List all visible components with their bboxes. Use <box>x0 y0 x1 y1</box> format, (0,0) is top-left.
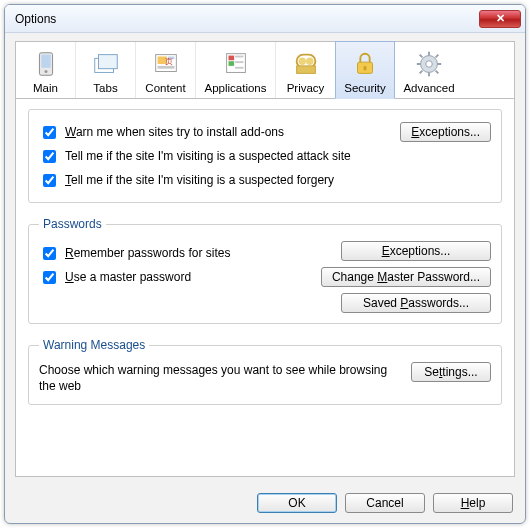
svg-line-28 <box>436 71 439 74</box>
tab-advanced[interactable]: Advanced <box>394 42 464 98</box>
svg-rect-14 <box>235 61 243 63</box>
privacy-icon <box>280 48 331 80</box>
cancel-button[interactable]: Cancel <box>345 493 425 513</box>
category-tabstrip: Main Tabs 页 Content Applications Privacy <box>15 41 515 98</box>
svg-rect-8 <box>157 66 174 69</box>
main-icon <box>20 48 71 80</box>
security-panel: Warn me when sites try to install add-on… <box>15 98 515 477</box>
remember-passwords-checkbox[interactable] <box>43 247 56 260</box>
passwords-legend: Passwords <box>39 217 106 231</box>
warn-addons-label: Warn me when sites try to install add-on… <box>65 125 284 139</box>
svg-rect-1 <box>41 55 50 68</box>
remember-passwords-label: Remember passwords for sites <box>65 246 230 260</box>
svg-rect-13 <box>235 56 243 58</box>
svg-line-29 <box>420 71 423 74</box>
master-password-label: Use a master password <box>65 270 191 284</box>
addons-exceptions-button[interactable]: Exceptions... <box>400 122 491 142</box>
svg-text:页: 页 <box>165 57 173 66</box>
svg-rect-11 <box>228 56 234 61</box>
saved-passwords-button[interactable]: Saved Passwords... <box>341 293 491 313</box>
titlebar: Options ✕ <box>5 5 525 33</box>
forgery-checkbox[interactable] <box>43 174 56 187</box>
tab-advanced-label: Advanced <box>398 82 460 94</box>
tab-content-label: Content <box>140 82 191 94</box>
remember-passwords-row[interactable]: Remember passwords for sites <box>39 244 311 263</box>
svg-rect-12 <box>228 61 234 66</box>
svg-point-18 <box>298 57 306 65</box>
svg-line-27 <box>420 55 423 58</box>
advanced-icon <box>398 48 460 80</box>
close-button[interactable]: ✕ <box>479 10 521 28</box>
attack-site-checkbox[interactable] <box>43 150 56 163</box>
svg-rect-21 <box>364 66 367 71</box>
warn-addons-checkbox[interactable] <box>43 126 56 139</box>
warn-addons-row[interactable]: Warn me when sites try to install add-on… <box>39 123 400 142</box>
change-master-password-button[interactable]: Change Master Password... <box>321 267 491 287</box>
content-icon: 页 <box>140 48 191 80</box>
svg-rect-4 <box>98 55 117 69</box>
tab-privacy[interactable]: Privacy <box>276 42 336 98</box>
svg-point-19 <box>306 57 314 65</box>
warning-messages-text: Choose which warning messages you want t… <box>39 362 401 394</box>
tab-security-label: Security <box>340 82 390 94</box>
dialog-footer: OK Cancel Help <box>5 487 525 523</box>
tab-applications-label: Applications <box>200 82 271 94</box>
tabs-icon <box>80 48 131 80</box>
svg-rect-17 <box>296 66 315 74</box>
master-password-checkbox[interactable] <box>43 271 56 284</box>
security-icon <box>340 48 390 80</box>
tab-main[interactable]: Main <box>16 42 76 98</box>
master-password-row[interactable]: Use a master password <box>39 268 311 287</box>
tab-privacy-label: Privacy <box>280 82 331 94</box>
tab-security[interactable]: Security <box>335 41 395 99</box>
forgery-label: Tell me if the site I'm visiting is a su… <box>65 173 334 187</box>
help-button[interactable]: Help <box>433 493 513 513</box>
applications-icon <box>200 48 271 80</box>
tab-applications[interactable]: Applications <box>196 42 276 98</box>
warning-messages-legend: Warning Messages <box>39 338 149 352</box>
attack-site-row[interactable]: Tell me if the site I'm visiting is a su… <box>39 147 491 166</box>
forgery-row[interactable]: Tell me if the site I'm visiting is a su… <box>39 171 491 190</box>
attack-site-label: Tell me if the site I'm visiting is a su… <box>65 149 351 163</box>
close-icon: ✕ <box>496 12 505 25</box>
tab-content[interactable]: 页 Content <box>136 42 196 98</box>
ok-button[interactable]: OK <box>257 493 337 513</box>
general-group: Warn me when sites try to install add-on… <box>28 109 502 203</box>
tab-tabs[interactable]: Tabs <box>76 42 136 98</box>
svg-point-2 <box>44 70 47 73</box>
warning-messages-group: Warning Messages Choose which warning me… <box>28 338 502 405</box>
svg-point-31 <box>426 61 433 68</box>
warning-settings-button[interactable]: Settings... <box>411 362 491 382</box>
window-title: Options <box>15 12 479 26</box>
svg-rect-15 <box>235 67 243 69</box>
tab-main-label: Main <box>20 82 71 94</box>
options-window: Options ✕ Main Tabs 页 Content <box>4 4 526 524</box>
tab-tabs-label: Tabs <box>80 82 131 94</box>
svg-line-30 <box>436 55 439 58</box>
passwords-group: Passwords Remember passwords for sites U… <box>28 217 502 324</box>
password-exceptions-button[interactable]: Exceptions... <box>341 241 491 261</box>
